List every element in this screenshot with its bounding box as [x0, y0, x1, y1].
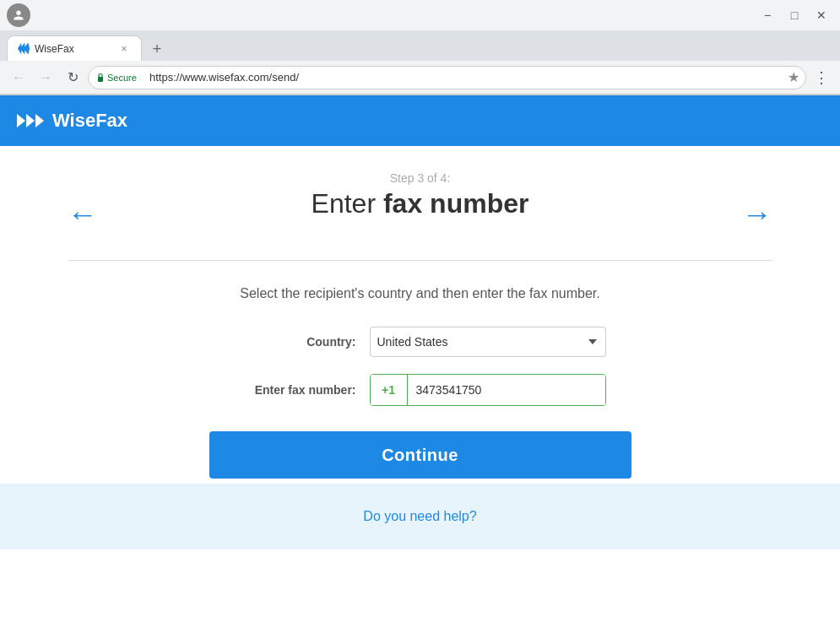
site-header: WiseFax	[0, 95, 840, 146]
country-select[interactable]: United States United Kingdom Canada Aust…	[370, 327, 606, 357]
browser-tab[interactable]: WiseFax ×	[7, 35, 142, 61]
refresh-button[interactable]: ↻	[61, 66, 84, 89]
country-code: +1	[371, 375, 408, 405]
country-label: Country:	[235, 335, 370, 349]
fax-number-row: Enter fax number: +1	[184, 374, 657, 406]
tab-close-button[interactable]: ×	[117, 42, 131, 56]
country-row: Country: United States United Kingdom Ca…	[184, 327, 657, 357]
form-area: Country: United States United Kingdom Ca…	[184, 327, 657, 406]
restore-button[interactable]: □	[783, 3, 806, 27]
page-content: WiseFax Step 3 of 4: ← Enter fax number …	[0, 95, 840, 633]
forward-nav-button[interactable]: →	[34, 66, 57, 89]
back-nav-button[interactable]: ←	[7, 66, 30, 89]
fax-input-group: +1	[370, 374, 606, 406]
help-link[interactable]: Do you need help?	[363, 509, 476, 523]
browser-menu-button[interactable]: ⋮	[810, 66, 833, 89]
brand-name: WiseFax	[52, 110, 127, 132]
account-icon[interactable]	[7, 3, 30, 27]
logo-icon	[17, 114, 44, 127]
tab-favicon	[18, 43, 30, 55]
minimize-button[interactable]: −	[756, 3, 779, 27]
url-input[interactable]	[88, 66, 806, 89]
footer: Do you need help?	[0, 484, 840, 549]
title-section: Step 3 of 4: ← Enter fax number →	[17, 171, 823, 240]
fax-number-input[interactable]	[408, 375, 605, 405]
main-content: Step 3 of 4: ← Enter fax number → Select…	[0, 146, 840, 484]
continue-button[interactable]: Continue	[209, 431, 631, 479]
brand-logo: WiseFax	[17, 110, 127, 132]
tab-label: WiseFax	[35, 43, 112, 55]
subtitle: Select the recipient's country and then …	[17, 286, 823, 301]
divider	[68, 260, 772, 261]
new-tab-button[interactable]: +	[145, 37, 169, 61]
step-label: Step 3 of 4:	[17, 171, 823, 185]
fax-number-label: Enter fax number:	[235, 383, 370, 397]
forward-arrow-button[interactable]: →	[742, 197, 772, 232]
bookmark-icon[interactable]: ★	[788, 69, 799, 85]
back-arrow-button[interactable]: ←	[68, 197, 98, 232]
address-bar: Secure ★	[88, 66, 806, 89]
close-button[interactable]: ✕	[810, 3, 833, 27]
page-title: Enter fax number	[312, 188, 529, 219]
